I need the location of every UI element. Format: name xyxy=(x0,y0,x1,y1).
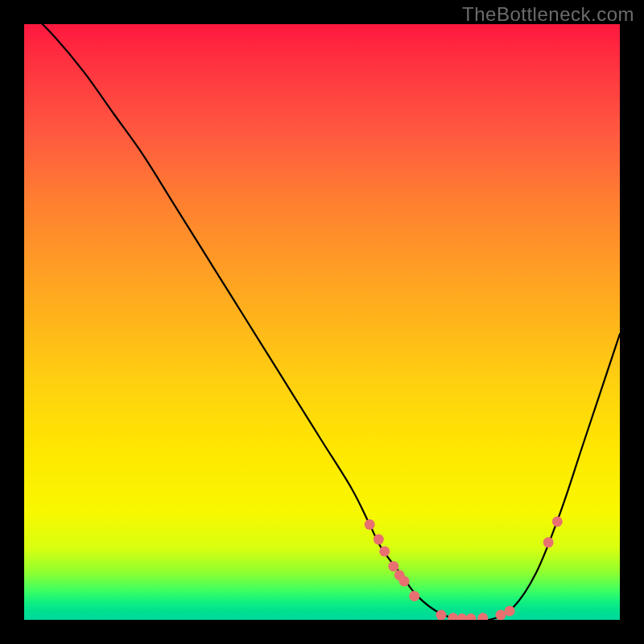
curve-marker xyxy=(388,561,398,572)
curve-marker xyxy=(456,613,467,620)
curve-marker xyxy=(374,535,384,545)
curve-markers xyxy=(365,516,563,620)
curve-marker xyxy=(409,591,419,601)
curve-marker xyxy=(466,613,477,620)
plot-area xyxy=(24,24,620,620)
curve-marker xyxy=(505,605,515,616)
curve-marker xyxy=(448,613,458,620)
bottleneck-curve xyxy=(24,24,620,620)
curve-layer xyxy=(24,24,620,620)
curve-marker xyxy=(543,537,554,547)
watermark-text: TheBottleneck.com xyxy=(462,3,634,26)
chart-frame: TheBottleneck.com xyxy=(0,0,644,644)
curve-marker xyxy=(496,610,506,620)
curve-marker xyxy=(399,576,410,586)
curve-marker xyxy=(365,519,375,530)
curve-marker xyxy=(477,613,488,620)
curve-marker xyxy=(552,516,563,526)
curve-marker xyxy=(379,546,390,556)
curve-marker xyxy=(436,610,447,620)
